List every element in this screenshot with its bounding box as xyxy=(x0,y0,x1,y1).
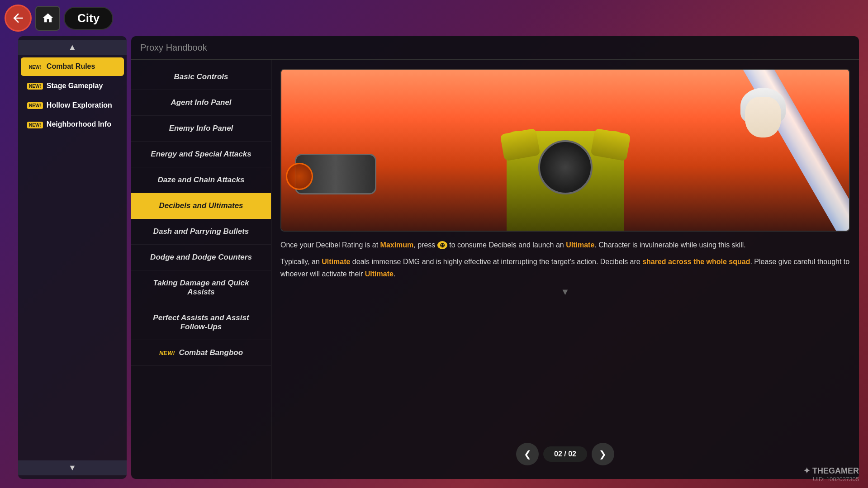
new-badge-hollow: NEW! xyxy=(27,102,43,109)
sidebar-scroll-up[interactable]: ▲ xyxy=(18,40,127,55)
desc-ultimate-1: Ultimate xyxy=(566,241,594,249)
desc-shared: shared across the whole squad xyxy=(642,258,750,265)
back-button[interactable] xyxy=(5,5,32,32)
sidebar-scroll-down[interactable]: ▼ xyxy=(18,460,127,475)
desc-text-6: deals immense DMG and is highly effectiv… xyxy=(350,258,642,265)
new-tag-bangboo: NEW! xyxy=(159,350,175,356)
back-icon xyxy=(11,11,25,25)
menu-item-energy-special[interactable]: Energy and Special Attacks xyxy=(131,142,271,167)
handbook-header: Proxy Handbook xyxy=(131,36,859,60)
desc-text-2: , press xyxy=(413,241,437,249)
desc-text-8: . xyxy=(394,270,395,278)
sidebar-label-combat-rules: Combat Rules xyxy=(47,62,95,70)
next-page-button[interactable]: ❯ xyxy=(592,443,614,465)
sidebar-items: NEW! Combat Rules NEW! Stage Gameplay NE… xyxy=(18,56,127,460)
menu-item-decibels-ultimates[interactable]: Decibels and Ultimates xyxy=(131,193,271,219)
sidebar-item-stage-gameplay[interactable]: NEW! Stage Gameplay xyxy=(21,77,124,95)
desc-maximum: Maximum xyxy=(380,241,414,249)
desc-ultimate-3: Ultimate xyxy=(365,270,394,278)
menu-item-dodge-counters[interactable]: Dodge and Dodge Counters xyxy=(131,245,271,270)
prev-page-button[interactable]: ❮ xyxy=(516,443,539,465)
page-navigation: ❮ 02 / 02 ❯ xyxy=(280,438,850,470)
uid-text: UID: 1002037305 xyxy=(803,476,859,483)
brand-logo: ✦ THEGAMER xyxy=(803,466,859,476)
sidebar-label-neighborhood-info: Neighborhood Info xyxy=(47,120,111,128)
desc-text-5: Typically, an xyxy=(280,258,322,265)
detail-panel: Once your Decibel Rating is at Maximum, … xyxy=(271,60,859,479)
desc-text-4: . Character is invulnerable while using … xyxy=(594,241,745,249)
menu-item-combat-bangboo[interactable]: NEW! Combat Bangboo xyxy=(131,340,271,366)
desc-text-1: Once your Decibel Rating is at xyxy=(280,241,380,249)
watermark: ✦ THEGAMER UID: 1002037305 xyxy=(803,466,859,483)
sidebar-label-stage-gameplay: Stage Gameplay xyxy=(47,82,103,90)
scroll-down-indicator: ▼ xyxy=(280,284,850,299)
city-label: City xyxy=(64,7,113,30)
menu-item-enemy-info[interactable]: Enemy Info Panel xyxy=(131,116,271,142)
top-bar: City xyxy=(5,5,113,32)
chapter-illustration xyxy=(280,69,850,232)
menu-item-basic-controls[interactable]: Basic Controls xyxy=(131,64,271,90)
menu-item-daze-chain[interactable]: Daze and Chain Attacks xyxy=(131,167,271,193)
desc-button-icon: ⊕ xyxy=(437,241,447,249)
menu-list: Basic Controls Agent Info Panel Enemy In… xyxy=(131,60,271,479)
sidebar-item-combat-rules[interactable]: NEW! Combat Rules xyxy=(21,57,124,76)
content-body: Basic Controls Agent Info Panel Enemy In… xyxy=(131,60,859,479)
menu-item-perfect-assists[interactable]: Perfect Assists and Assist Follow-Ups xyxy=(131,305,271,340)
desc-ultimate-2: Ultimate xyxy=(322,258,350,265)
desc-text-3: to consume Decibels and launch an xyxy=(447,241,566,249)
page-indicator: 02 / 02 xyxy=(543,446,587,462)
new-badge-neighborhood: NEW! xyxy=(27,122,43,128)
home-button[interactable] xyxy=(35,6,60,31)
new-badge-combat: NEW! xyxy=(27,64,43,71)
sidebar-label-hollow-exploration: Hollow Exploration xyxy=(47,101,112,109)
content-area: Proxy Handbook Basic Controls Agent Info… xyxy=(131,36,859,479)
new-badge-stage: NEW! xyxy=(27,83,43,90)
main-container: ▲ NEW! Combat Rules NEW! Stage Gameplay … xyxy=(18,36,859,479)
menu-item-dash-parrying[interactable]: Dash and Parrying Bullets xyxy=(131,219,271,245)
sidebar-item-neighborhood-info[interactable]: NEW! Neighborhood Info xyxy=(21,115,124,134)
detail-description: Once your Decibel Rating is at Maximum, … xyxy=(280,239,850,431)
menu-item-taking-damage[interactable]: Taking Damage and Quick Assists xyxy=(131,270,271,305)
sidebar: ▲ NEW! Combat Rules NEW! Stage Gameplay … xyxy=(18,36,127,479)
menu-item-agent-info[interactable]: Agent Info Panel xyxy=(131,90,271,116)
sidebar-item-hollow-exploration[interactable]: NEW! Hollow Exploration xyxy=(21,96,124,115)
home-icon xyxy=(42,12,54,24)
